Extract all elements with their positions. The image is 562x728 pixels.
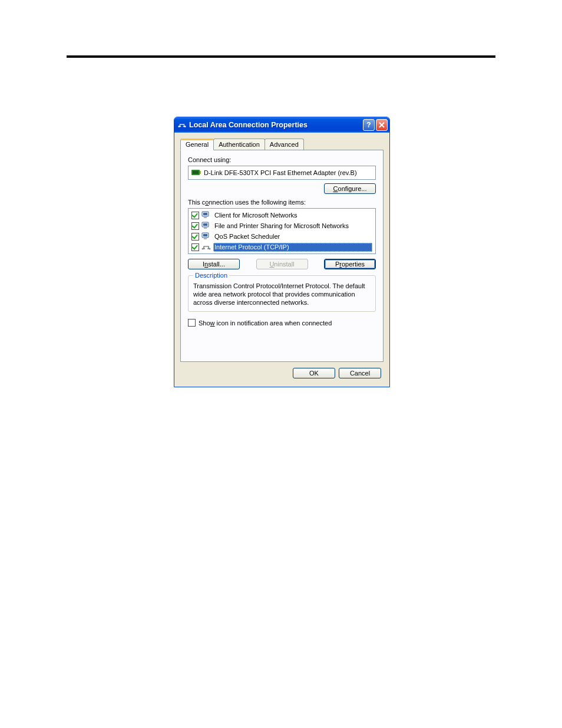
description-legend: Description xyxy=(193,272,229,279)
connection-item[interactable]: File and Printer Sharing for Microsoft N… xyxy=(190,220,373,231)
items-listbox[interactable]: Client for Microsoft NetworksFile and Pr… xyxy=(188,208,376,254)
item-label: QoS Packet Scheduler xyxy=(213,232,372,241)
adapter-field[interactable]: D-Link DFE-530TX PCI Fast Ethernet Adapt… xyxy=(188,166,376,180)
description-group: Description Transmission Control Protoco… xyxy=(188,275,376,312)
tab-authentication[interactable]: Authentication xyxy=(213,139,265,150)
horizontal-rule xyxy=(67,55,495,58)
show-icon-checkbox[interactable] xyxy=(188,319,196,327)
connect-using-label: Connect using: xyxy=(188,156,376,163)
cancel-button[interactable]: Cancel xyxy=(339,368,381,378)
ok-button[interactable]: OK xyxy=(293,368,335,378)
install-button[interactable]: Install... xyxy=(188,259,240,269)
component-icon xyxy=(201,221,211,230)
svg-rect-7 xyxy=(204,217,207,218)
svg-point-0 xyxy=(178,126,180,127)
window-title: Local Area Connection Properties xyxy=(189,121,363,129)
connection-item[interactable]: QoS Packet Scheduler xyxy=(190,231,373,242)
titlebar[interactable]: Local Area Connection Properties ? xyxy=(174,117,389,133)
configure-button[interactable]: Configure... xyxy=(324,183,376,194)
svg-rect-10 xyxy=(204,228,207,229)
uninstall-button: Uninstall xyxy=(256,259,308,269)
connection-item[interactable]: Client for Microsoft Networks xyxy=(190,210,373,220)
item-label: Internet Protocol (TCP/IP) xyxy=(213,243,372,252)
tab-strip: General Authentication Advanced xyxy=(180,139,384,150)
component-icon xyxy=(201,210,211,220)
svg-rect-4 xyxy=(200,171,201,174)
item-checkbox[interactable] xyxy=(191,233,199,241)
tab-advanced[interactable]: Advanced xyxy=(265,139,304,150)
properties-button[interactable]: Properties xyxy=(324,259,376,269)
svg-rect-13 xyxy=(204,238,207,239)
nic-icon xyxy=(191,168,201,177)
tab-page-general: Connect using: D-Link DFE-530TX PCI Fast… xyxy=(180,150,384,362)
connection-icon xyxy=(177,120,187,130)
svg-rect-6 xyxy=(203,213,207,215)
component-icon xyxy=(201,232,211,241)
close-button[interactable] xyxy=(376,119,388,131)
item-label: Client for Microsoft Networks xyxy=(213,211,372,220)
adapter-name: D-Link DFE-530TX PCI Fast Ethernet Adapt… xyxy=(204,169,357,176)
connection-item[interactable]: Internet Protocol (TCP/IP) xyxy=(190,242,373,252)
svg-point-15 xyxy=(209,248,211,250)
item-label: File and Printer Sharing for Microsoft N… xyxy=(213,222,372,230)
show-icon-label[interactable]: Show icon in notification area when conn… xyxy=(199,319,332,327)
svg-point-14 xyxy=(202,248,204,250)
svg-rect-12 xyxy=(203,234,207,236)
help-button[interactable]: ? xyxy=(363,119,375,131)
dialog-footer: OK Cancel xyxy=(180,362,384,381)
description-text: Transmission Control Protocol/Internet P… xyxy=(193,282,371,307)
connection-properties-dialog: Local Area Connection Properties ? Gener… xyxy=(174,117,390,387)
svg-rect-9 xyxy=(203,223,207,226)
items-label: This connection uses the following items… xyxy=(188,199,376,206)
item-checkbox[interactable] xyxy=(191,222,199,230)
protocol-icon xyxy=(201,242,211,252)
svg-point-1 xyxy=(184,126,186,127)
svg-rect-3 xyxy=(193,171,199,174)
tab-general[interactable]: General xyxy=(180,139,214,150)
item-checkbox[interactable] xyxy=(191,212,199,219)
item-checkbox[interactable] xyxy=(191,243,199,251)
